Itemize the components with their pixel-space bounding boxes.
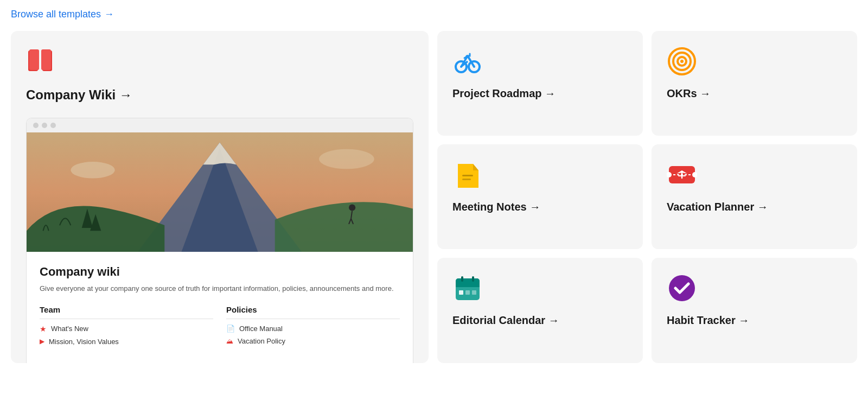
preview-mountain-image	[27, 132, 413, 252]
svg-point-7	[319, 149, 374, 169]
office-manual-text: Office Manual	[239, 325, 283, 333]
preview-content: Company wiki Give everyone at your compa…	[27, 252, 413, 363]
document-icon: 📄	[226, 325, 235, 333]
editorial-calendar-title: Editorial Calendar →	[452, 314, 628, 327]
policies-col-title: Policies	[226, 305, 400, 319]
star-icon: ★	[40, 325, 47, 333]
svg-point-15	[680, 60, 684, 63]
svg-rect-17	[462, 179, 471, 180]
mission-item: ▶ Mission, Vision Values	[40, 338, 213, 346]
svg-rect-27	[472, 290, 476, 295]
bike-icon	[452, 46, 483, 77]
company-wiki-card[interactable]: Company Wiki →	[11, 31, 429, 363]
mission-text: Mission, Vision Values	[49, 338, 119, 346]
svg-point-30	[669, 275, 695, 301]
check-circle-icon	[667, 273, 697, 303]
svg-rect-29	[472, 276, 474, 282]
browse-all-templates-link[interactable]: Browse all templates →	[11, 9, 114, 20]
browser-bar	[27, 118, 413, 132]
svg-rect-1	[29, 49, 39, 70]
vacation-policy-item: ⛰ Vacation Policy	[226, 337, 400, 345]
team-col-title: Team	[40, 305, 213, 319]
notes-icon	[452, 160, 483, 190]
habit-tracker-card[interactable]: Habit Tracker →	[652, 258, 857, 363]
okrs-title: OKRs →	[667, 87, 842, 100]
target-icon	[667, 46, 697, 77]
habit-tracker-title: Habit Tracker →	[667, 314, 842, 327]
svg-rect-16	[462, 175, 473, 176]
project-roadmap-card[interactable]: Project Roadmap →	[437, 31, 643, 136]
templates-grid: Company Wiki →	[11, 31, 857, 363]
svg-point-6	[71, 162, 114, 179]
preview-doc-desc: Give everyone at your company one source…	[40, 283, 400, 294]
svg-rect-25	[459, 290, 463, 295]
book-icon	[26, 46, 56, 77]
mountain-icon: ⛰	[226, 337, 233, 345]
dot-yellow	[42, 123, 47, 128]
policies-column: Policies 📄 Office Manual ⛰ Vacation Poli…	[226, 305, 400, 350]
browser-preview: Company wiki Give everyone at your compa…	[26, 118, 413, 363]
browse-link-arrow: →	[104, 9, 114, 20]
vacation-policy-text: Vacation Policy	[238, 337, 285, 345]
browse-link-text: Browse all templates	[11, 9, 101, 20]
team-column: Team ★ What's New ▶ Mission, Vision Valu…	[40, 305, 213, 350]
office-manual-item: 📄 Office Manual	[226, 325, 400, 333]
svg-point-5	[349, 204, 355, 211]
okrs-card[interactable]: OKRs →	[652, 31, 857, 136]
project-roadmap-title: Project Roadmap →	[452, 87, 628, 100]
company-wiki-title: Company Wiki →	[26, 87, 413, 103]
preview-columns: Team ★ What's New ▶ Mission, Vision Valu…	[40, 305, 400, 350]
whats-new-item: ★ What's New	[40, 325, 213, 333]
play-icon: ▶	[40, 338, 44, 345]
vacation-planner-title: Vacation Planner →	[667, 201, 842, 213]
svg-rect-24	[456, 283, 480, 287]
dot-red	[33, 123, 39, 128]
meeting-notes-title: Meeting Notes →	[452, 201, 628, 213]
meeting-notes-card[interactable]: Meeting Notes →	[437, 144, 643, 249]
whats-new-text: What's New	[51, 325, 88, 333]
svg-rect-3	[41, 49, 51, 70]
editorial-calendar-card[interactable]: Editorial Calendar →	[437, 258, 643, 363]
dot-green	[50, 123, 56, 128]
svg-rect-28	[461, 276, 463, 282]
plane-icon	[667, 160, 697, 190]
svg-rect-26	[465, 290, 470, 295]
calendar-icon	[452, 273, 483, 303]
vacation-planner-card[interactable]: Vacation Planner →	[652, 144, 857, 249]
preview-doc-title: Company wiki	[40, 265, 400, 279]
